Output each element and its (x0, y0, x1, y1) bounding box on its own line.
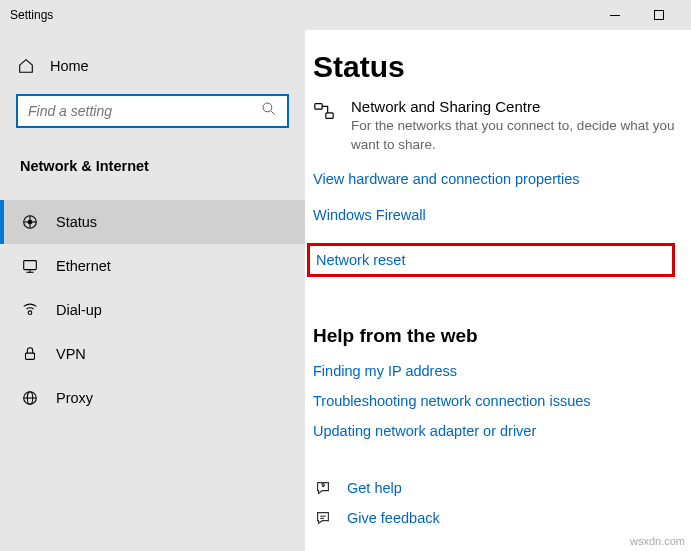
search-input[interactable] (28, 103, 261, 119)
dialup-icon (20, 300, 40, 320)
svg-rect-8 (24, 261, 37, 270)
maximize-button[interactable] (637, 0, 681, 30)
nav-list: Status Ethernet Dial-up (0, 200, 305, 420)
minimize-button[interactable] (593, 0, 637, 30)
window-controls (593, 0, 681, 30)
network-centre-icon (313, 98, 337, 126)
main-pane: Status Network and Sharing Centre For th… (305, 30, 691, 551)
footer-links: Get help Give feedback (313, 459, 675, 539)
proxy-icon (20, 388, 40, 408)
nav-item-dialup[interactable]: Dial-up (0, 288, 305, 332)
svg-rect-1 (655, 11, 664, 20)
content: Home Network & Internet Status (0, 30, 691, 551)
nav-item-vpn[interactable]: VPN (0, 332, 305, 376)
link-adapter[interactable]: Updating network adapter or driver (313, 423, 675, 439)
home-button[interactable]: Home (0, 48, 305, 84)
link-hardware[interactable]: View hardware and connection properties (313, 171, 675, 187)
ethernet-icon (20, 256, 40, 276)
home-icon (16, 56, 36, 76)
nav-item-proxy[interactable]: Proxy (0, 376, 305, 420)
nav-item-status[interactable]: Status (0, 200, 305, 244)
vpn-icon (20, 344, 40, 364)
svg-rect-16 (315, 104, 322, 110)
home-label: Home (50, 58, 89, 74)
feedback-label: Give feedback (347, 510, 440, 526)
feedback-icon (313, 509, 333, 527)
nav-item-label: Ethernet (56, 258, 111, 274)
get-help-link[interactable]: Get help (313, 479, 675, 497)
svg-point-11 (28, 311, 32, 315)
svg-rect-17 (326, 113, 333, 119)
sharing-desc: For the networks that you connect to, de… (351, 117, 675, 155)
nav-item-label: Proxy (56, 390, 93, 406)
link-firewall[interactable]: Windows Firewall (313, 207, 675, 223)
svg-rect-12 (26, 353, 35, 359)
search-icon (261, 101, 277, 121)
link-troubleshoot[interactable]: Troubleshooting network connection issue… (313, 393, 675, 409)
sidebar: Home Network & Internet Status (0, 30, 305, 551)
section-title: Network & Internet (0, 148, 305, 184)
nav-item-label: VPN (56, 346, 86, 362)
nav-item-label: Dial-up (56, 302, 102, 318)
help-title: Help from the web (313, 325, 675, 347)
get-help-label: Get help (347, 480, 402, 496)
link-network-reset[interactable]: Network reset (307, 243, 675, 277)
status-icon (20, 212, 40, 232)
svg-rect-0 (610, 15, 620, 16)
page-title: Status (313, 50, 675, 84)
svg-point-2 (263, 103, 272, 112)
sharing-centre[interactable]: Network and Sharing Centre For the netwo… (313, 98, 675, 155)
titlebar: Settings (0, 0, 691, 30)
svg-line-3 (271, 111, 275, 115)
window-title: Settings (10, 8, 593, 22)
watermark: wsxdn.com (630, 535, 685, 547)
sharing-title: Network and Sharing Centre (351, 98, 675, 115)
nav-item-label: Status (56, 214, 97, 230)
search-box[interactable] (16, 94, 289, 128)
help-icon (313, 479, 333, 497)
nav-item-ethernet[interactable]: Ethernet (0, 244, 305, 288)
link-find-ip[interactable]: Finding my IP address (313, 363, 675, 379)
feedback-link[interactable]: Give feedback (313, 509, 675, 527)
